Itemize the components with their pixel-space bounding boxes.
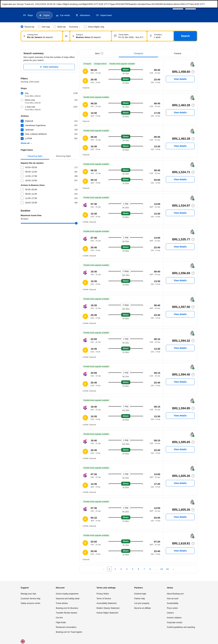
price-info-icon[interactable]: ? [192,104,194,107]
footer-link-booking-com-for-business[interactable]: Booking.com for Business [56,606,90,611]
footer-link-restaurant-reservations[interactable]: Restaurant reservations [56,625,90,630]
footer-link-extranet-login[interactable]: Extranet login [134,592,161,596]
nav-tab-car-rental[interactable]: Car rental [53,12,72,18]
info-icon[interactable]: i [101,52,103,55]
stops-option-1-stop-max[interactable]: 1 stop max1057 [21,104,78,108]
airline-option-latam[interactable]: ✓LATAM562 [21,136,78,140]
footer-link-how-we-work[interactable]: How we work [167,596,197,601]
airline-option-aerolineas-argentinas[interactable]: ✓Aerolineas Argentinas407 [21,123,78,127]
footer-link-safety-resource-centre[interactable]: Safety resource centre [21,601,50,606]
pagination-next[interactable]: › [171,566,176,572]
cabin-class-select[interactable]: Economy ⌄ [69,26,80,28]
footer-link-traveller-review-awards[interactable]: Traveller Review Awards [56,610,90,616]
pagination-page-7[interactable]: 7 [142,566,147,572]
footer-link-travel-articles[interactable]: Travel articles [56,601,90,606]
stops-option-direct-only[interactable]: Direct only242 [21,98,78,102]
time-option-arrives-to-buenos-aires-06-00-11-59[interactable]: 06:00–11:59433 [21,192,78,196]
view-details-button[interactable]: View details [166,412,194,419]
footer-link-seasonal-and-holiday-deals[interactable]: Seasonal and holiday deals [56,596,90,601]
travel-dates-field[interactable]: Travel dates Fri 23 Jan 2026 - Sun 8 F..… [112,31,147,41]
footer-link-flight-finder[interactable]: Flight finder [56,620,90,625]
price-info-icon[interactable]: ? [192,407,194,410]
airline-option-jetsmart[interactable]: ✓JetSmart206 [21,127,78,132]
price-info-icon[interactable]: ? [192,542,194,545]
view-details-button[interactable]: View details [166,176,194,183]
trip-type-one-way[interactable]: One way [38,26,50,28]
view-details-button[interactable]: View details [166,143,194,149]
travellers-field[interactable]: Travellers 1 adult [147,31,174,41]
sort-tab-cheapest[interactable]: Cheapest [119,49,158,57]
footer-link-car-hire[interactable]: Car hire [56,616,90,620]
view-details-button[interactable]: View details [166,210,194,216]
airline-option-flybondi[interactable]: ✓Flybondi413 [21,118,78,123]
view-details-button[interactable]: View details [166,76,194,82]
pagination-page-4[interactable]: 4 [124,566,129,572]
price-info-icon[interactable]: ? [192,137,194,140]
footer-link-become-an-affiliate[interactable]: Become an affiliate [134,606,161,611]
view-summary-button[interactable]: ✦ View summary [24,64,75,70]
price-info-icon[interactable]: ? [192,508,194,511]
nav-tab-stays[interactable]: Stays [21,12,36,18]
view-details-button[interactable]: View details [166,109,194,116]
sort-tab-best[interactable]: Besti [80,49,119,57]
price-info-icon[interactable]: ? [192,306,194,308]
swap-destinations-button[interactable]: ⇄ [63,31,70,41]
direct-flights-only-checkbox[interactable]: Direct flights only [84,25,104,28]
footer-link-genius-loyalty-programme[interactable]: Genius loyalty programme [56,592,90,596]
footer-link-modern-slavery-statement[interactable]: Modern Slavery Statement [96,606,128,611]
view-details-button[interactable]: View details [166,548,194,554]
footer-link-investor-relations[interactable]: Investor relations [167,616,197,620]
footer-link-accessibility-statement[interactable]: Accessibility Statement [96,601,128,606]
pagination-page-2[interactable]: 2 [113,566,118,572]
pagination-page-1[interactable]: 1 [107,566,112,572]
footer-link-terms-of-service[interactable]: Terms of Service [96,596,128,601]
trip-type-multi-city[interactable]: Multi-city [54,26,66,28]
time-option-departs-rio-de-janeiro-00-00-05-59[interactable]: 00:00–05:59172 [21,165,78,169]
price-info-icon[interactable]: ? [192,70,194,74]
footer-link-about-booking-com[interactable]: About Booking.com [167,592,197,596]
time-option-arrives-to-buenos-aires-00-00-05-59[interactable]: 00:00–05:59126 [21,187,78,192]
time-option-departs-rio-de-janeiro-12-00-17-59[interactable]: 12:00–17:59289 [21,174,78,178]
footer-link-content-guidelines-and-reporting[interactable]: Content guidelines and reporting [167,625,197,630]
pagination-page-8[interactable]: 8 [148,566,152,572]
sort-tab-fastest[interactable]: Fastest [158,49,197,57]
footer-link-sustainability[interactable]: Sustainability [167,601,197,606]
footer-link-press-centre[interactable]: Press centre [167,606,197,611]
footer-link-human-rights-statement[interactable]: Human Rights Statement [96,610,128,616]
footer-link-booking-com-for-travel-agents[interactable]: Booking.com for Travel Agents [56,630,90,634]
price-info-icon[interactable]: ? [192,373,194,376]
view-details-button[interactable]: View details [166,480,194,486]
view-details-button[interactable]: View details [166,277,194,284]
time-option-arrives-to-buenos-aires-18-00-23-59[interactable]: 18:00–23:59266 [21,200,78,204]
footer-link-customer-service-help[interactable]: Customer Service help [21,596,50,601]
price-info-icon[interactable]: ? [192,339,194,342]
footer-link-list-your-property[interactable]: List your property [134,601,161,606]
slider-knob[interactable] [75,222,78,224]
nav-tab-flights[interactable]: Flights [36,12,52,18]
view-details-button[interactable]: View details [166,345,194,351]
view-details-button[interactable]: View details [166,311,194,318]
footer-link-partner-help[interactable]: Partner help [134,596,161,601]
view-details-button[interactable]: View details [166,446,194,452]
time-option-departs-rio-de-janeiro-18-00-23-59[interactable]: 18:00–23:59307 [21,178,78,182]
footer-link-careers[interactable]: Careers [167,610,197,616]
price-info-icon[interactable]: ? [192,474,194,478]
pagination-page-83[interactable]: 83 [159,566,164,572]
search-button[interactable]: Search [174,31,197,41]
pagination-page-84[interactable]: 84 [165,566,170,572]
uk-flag-icon[interactable] [21,639,25,644]
show-all-airlines-link[interactable]: Show all ⌄ [21,142,32,144]
airline-option-gol-linhas-aereas[interactable]: ✓GOL LINHAS AEREAS302 [21,132,78,136]
price-info-icon[interactable]: ? [192,238,194,241]
price-info-icon[interactable]: ? [192,204,194,207]
time-option-arrives-to-buenos-aires-12-00-17-59[interactable]: 12:00–17:59424 [21,196,78,200]
price-info-icon[interactable]: ? [192,441,194,444]
view-details-button[interactable]: View details [166,244,194,250]
stops-option-any[interactable]: Any1249 [21,91,78,95]
nav-tab-attractions[interactable]: Attractions [73,12,92,18]
footer-link-manage-your-trips[interactable]: Manage your trips [21,592,50,596]
leaving-from-field[interactable]: ✈ Leaving from Rio de Janeiro All airpor… [21,31,62,41]
nav-tab-airport-taxis[interactable]: Airport taxis [94,12,114,18]
time-option-departs-rio-de-janeiro-06-00-11-59[interactable]: 06:00–11:59481 [21,169,78,174]
footer-link-privacy-notice[interactable]: Privacy Notice [96,592,128,596]
